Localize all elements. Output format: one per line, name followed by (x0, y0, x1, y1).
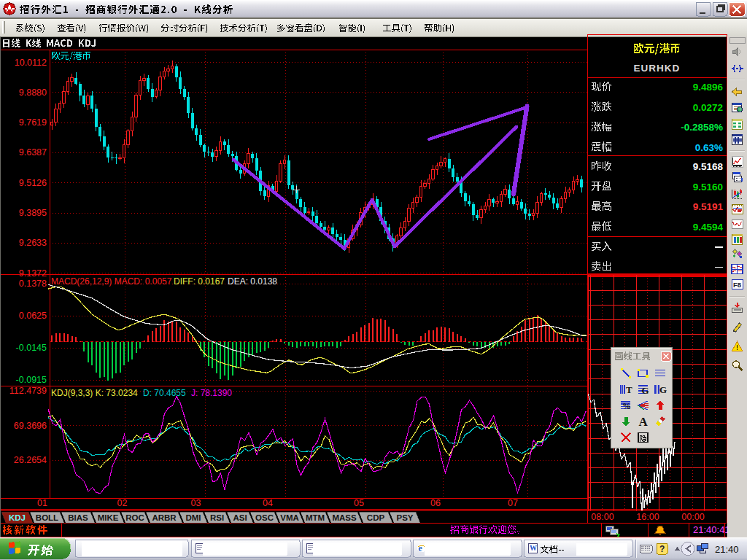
svg-text:-0.0915: -0.0915 (16, 375, 47, 385)
svg-text:KDJ: KDJ (9, 513, 26, 522)
svg-text:9.3895: 9.3895 (19, 208, 47, 218)
svg-text:0.63%: 0.63% (695, 142, 723, 153)
svg-text:08:00: 08:00 (591, 512, 614, 522)
svg-text:69.3696: 69.3696 (14, 421, 47, 431)
svg-text:9.5126: 9.5126 (19, 178, 47, 188)
svg-text:MACD(26,12,9) MACD: 0.0057: MACD(26,12,9) MACD: 0.0057 (51, 276, 172, 287)
svg-text:ASI: ASI (233, 513, 247, 522)
svg-text:MTM: MTM (306, 513, 325, 522)
svg-text:05: 05 (354, 498, 364, 508)
svg-text:10.0112: 10.0112 (15, 58, 47, 68)
svg-text:MIKE: MIKE (98, 513, 119, 522)
svg-text:BOLL: BOLL (36, 513, 58, 522)
svg-text:07: 07 (508, 498, 518, 508)
svg-text:KDJ(9,3,3) K: 73.0234: KDJ(9,3,3) K: 73.0234 (51, 388, 138, 398)
svg-text:ROC: ROC (125, 513, 144, 522)
svg-text:D: 70.4655: D: 70.4655 (143, 388, 186, 398)
svg-text:9.5160: 9.5160 (693, 182, 723, 192)
svg-text:CDP: CDP (367, 513, 385, 522)
svg-text:9.8880: 9.8880 (19, 88, 47, 98)
svg-text:-0.0145: -0.0145 (16, 343, 47, 353)
svg-text:OSC: OSC (255, 513, 274, 522)
svg-text:26.2654: 26.2654 (14, 455, 47, 465)
svg-text:21:40:41: 21:40:41 (693, 524, 730, 535)
svg-text:VMA: VMA (280, 513, 299, 522)
svg-text:DMI: DMI (185, 513, 201, 522)
svg-text:BIAS: BIAS (68, 513, 88, 522)
svg-text:A: A (639, 415, 649, 429)
svg-text:ARBR: ARBR (152, 513, 177, 522)
svg-text:DIFF: 0.0167: DIFF: 0.0167 (174, 276, 225, 287)
svg-text:9.5191: 9.5191 (693, 201, 724, 212)
svg-text:F8: F8 (733, 281, 741, 289)
svg-text:112.4739: 112.4739 (9, 386, 47, 396)
svg-text:9.7619: 9.7619 (19, 117, 47, 128)
svg-text:e: e (419, 543, 423, 553)
svg-text:03: 03 (191, 498, 201, 508)
svg-text:02: 02 (117, 498, 128, 508)
svg-text:9.6387: 9.6387 (19, 147, 47, 158)
svg-text:9.4896: 9.4896 (693, 82, 724, 93)
svg-text:0.1378: 0.1378 (19, 279, 47, 289)
svg-text:9.5168: 9.5168 (693, 161, 724, 172)
svg-text:%: % (622, 401, 631, 411)
svg-text:MASS: MASS (332, 513, 357, 522)
svg-text:-0.2858%: -0.2858% (681, 122, 723, 133)
svg-text:?: ? (659, 544, 665, 554)
svg-text:J: 78.1390: J: 78.1390 (191, 388, 232, 398)
svg-text:RSI: RSI (210, 513, 224, 522)
svg-text:PSY: PSY (396, 513, 413, 522)
svg-text:00:00: 00:00 (681, 512, 704, 522)
svg-text:W: W (530, 544, 537, 552)
svg-text:9.1372: 9.1372 (19, 268, 47, 279)
svg-text:DEA: 0.0138: DEA: 0.0138 (228, 276, 277, 287)
svg-text:T: T (626, 384, 632, 395)
svg-text:21:40: 21:40 (715, 544, 739, 555)
svg-text:0.0272: 0.0272 (693, 102, 723, 113)
svg-text:G: G (659, 384, 667, 395)
svg-text:G: G (642, 385, 649, 396)
svg-text:04: 04 (263, 498, 273, 508)
svg-text:9.4594: 9.4594 (693, 222, 724, 233)
svg-text:06: 06 (430, 498, 441, 508)
svg-text:0.0625: 0.0625 (19, 311, 47, 321)
svg-text:EURHKD: EURHKD (634, 63, 681, 74)
svg-text:9.2633: 9.2633 (19, 238, 47, 248)
svg-text:01: 01 (37, 498, 47, 508)
svg-text:16:00: 16:00 (636, 512, 659, 522)
